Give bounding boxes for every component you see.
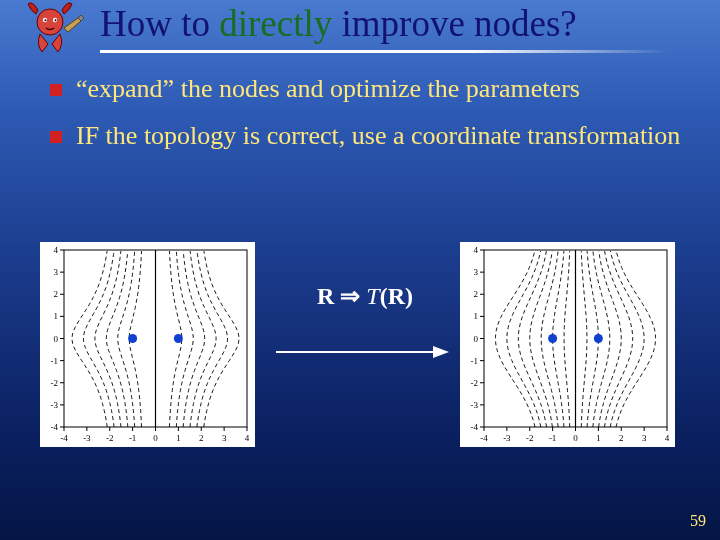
svg-text:1: 1	[176, 433, 181, 443]
svg-text:-4: -4	[51, 422, 59, 432]
svg-point-88	[594, 334, 603, 343]
svg-text:0: 0	[153, 433, 158, 443]
svg-text:4: 4	[245, 433, 250, 443]
svg-text:-3: -3	[471, 400, 479, 410]
figure-before: -4-3-2-101234-4-3-2-101234	[40, 242, 255, 447]
figures-row: -4-3-2-101234-4-3-2-101234 R ⇒ T(R) -4-3…	[0, 242, 720, 472]
slide-title: How to directly improve nodes?	[100, 2, 700, 45]
svg-text:1: 1	[54, 311, 59, 321]
svg-text:-3: -3	[51, 400, 59, 410]
slide: How to directly improve nodes? “expand” …	[0, 0, 720, 540]
formula-lhs: R	[317, 283, 334, 309]
bullet-icon	[50, 84, 62, 96]
svg-text:3: 3	[54, 267, 59, 277]
title-underline	[100, 50, 670, 53]
svg-text:3: 3	[222, 433, 227, 443]
svg-text:3: 3	[642, 433, 647, 443]
svg-text:-2: -2	[471, 378, 479, 388]
svg-text:-4: -4	[480, 433, 488, 443]
svg-text:-3: -3	[503, 433, 511, 443]
svg-text:-3: -3	[83, 433, 91, 443]
svg-text:-1: -1	[51, 356, 59, 366]
formula-lparen: (	[380, 283, 388, 309]
svg-text:2: 2	[474, 289, 479, 299]
implies-symbol: ⇒	[334, 283, 366, 309]
svg-text:-4: -4	[60, 433, 68, 443]
svg-text:1: 1	[596, 433, 601, 443]
svg-text:-1: -1	[471, 356, 479, 366]
svg-text:3: 3	[474, 267, 479, 277]
bullet-item: “expand” the nodes and optimize the para…	[50, 72, 690, 105]
mascot-icon	[18, 0, 88, 59]
svg-text:-1: -1	[129, 433, 137, 443]
svg-text:0: 0	[54, 334, 59, 344]
svg-text:2: 2	[54, 289, 59, 299]
title-part1: How to	[100, 3, 219, 44]
svg-text:-4: -4	[471, 422, 479, 432]
svg-marker-47	[433, 346, 449, 358]
svg-text:4: 4	[474, 245, 479, 255]
formula-rparen: )	[405, 283, 413, 309]
svg-point-0	[37, 9, 63, 35]
bullet-text: IF the topology is correct, use a coordi…	[76, 119, 680, 152]
body: “expand” the nodes and optimize the para…	[50, 72, 690, 167]
svg-point-45	[174, 334, 183, 343]
title-part2: directly	[219, 3, 332, 44]
svg-text:1: 1	[474, 311, 479, 321]
bullet-icon	[50, 131, 62, 143]
svg-text:0: 0	[573, 433, 578, 443]
formula-function: T	[366, 283, 379, 309]
svg-point-4	[55, 19, 57, 21]
svg-text:4: 4	[54, 245, 59, 255]
svg-text:-1: -1	[549, 433, 557, 443]
page-number: 59	[690, 512, 706, 530]
bullet-item: IF the topology is correct, use a coordi…	[50, 119, 690, 152]
svg-text:-2: -2	[106, 433, 114, 443]
svg-text:0: 0	[474, 334, 479, 344]
svg-text:-2: -2	[51, 378, 59, 388]
formula-arg: R	[388, 283, 405, 309]
svg-text:4: 4	[665, 433, 670, 443]
bullet-text: “expand” the nodes and optimize the para…	[76, 72, 580, 105]
svg-point-3	[45, 19, 47, 21]
transformation-formula: R ⇒ T(R)	[290, 282, 440, 310]
svg-text:2: 2	[619, 433, 624, 443]
svg-point-87	[548, 334, 557, 343]
figure-after: -4-3-2-101234-4-3-2-101234	[460, 242, 675, 447]
arrow-icon	[274, 342, 449, 362]
svg-text:-2: -2	[526, 433, 534, 443]
title-part3: improve nodes?	[332, 3, 577, 44]
svg-text:2: 2	[199, 433, 204, 443]
svg-point-44	[128, 334, 137, 343]
